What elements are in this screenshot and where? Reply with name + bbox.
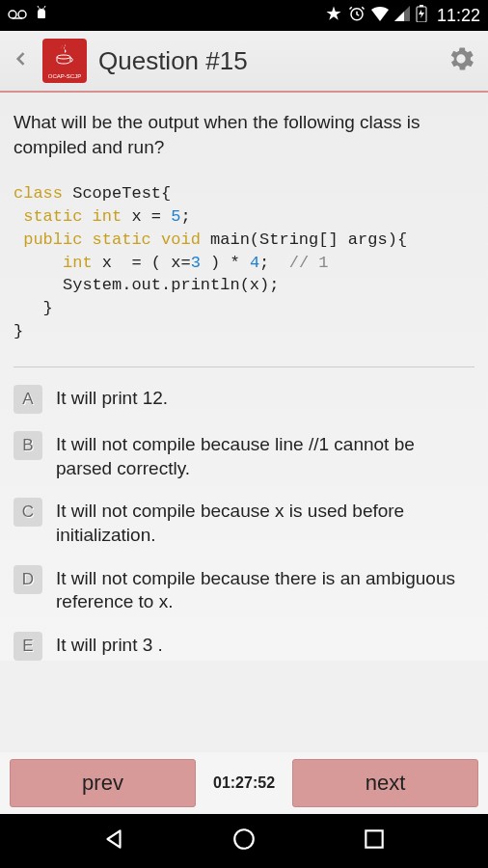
svg-point-9 <box>57 55 70 59</box>
status-bar: 11:22 <box>0 0 488 31</box>
app-header: OCAP-SCJP Question #15 <box>0 31 488 93</box>
status-time: 11:22 <box>437 6 480 26</box>
content-area: What will be the output when the followi… <box>0 93 488 661</box>
voicemail-icon <box>8 7 27 24</box>
answer-letter: A <box>14 385 42 414</box>
java-cup-icon <box>53 42 76 71</box>
answer-text: It will print 3 . <box>56 632 163 658</box>
page-title: Question #15 <box>98 46 434 76</box>
answer-letter: D <box>14 565 42 594</box>
answer-letter: B <box>14 431 42 460</box>
next-button[interactable]: next <box>292 759 478 807</box>
svg-point-10 <box>234 829 254 849</box>
android-icon <box>35 6 48 25</box>
answer-letter: C <box>14 498 42 527</box>
answer-letter: E <box>14 632 42 661</box>
nav-back-icon[interactable] <box>101 827 126 855</box>
timer: 01:27:52 <box>205 774 283 792</box>
battery-icon <box>416 5 427 26</box>
svg-rect-8 <box>420 5 423 7</box>
signal-icon <box>394 6 410 25</box>
answer-text: It will not compile because there is an … <box>56 565 474 614</box>
back-chevron-icon[interactable] <box>12 49 31 72</box>
divider <box>14 366 474 367</box>
answer-text: It will not compile because line //1 can… <box>56 431 474 480</box>
nav-home-icon[interactable] <box>231 827 257 855</box>
svg-rect-11 <box>366 830 383 847</box>
answer-option[interactable]: B It will not compile because line //1 c… <box>14 431 474 480</box>
bottom-bar: prev 01:27:52 next <box>0 752 488 814</box>
svg-rect-3 <box>38 11 45 18</box>
answer-option[interactable]: E It will print 3 . <box>14 632 474 661</box>
code-block: class ScopeTest{ static int x = 5; publi… <box>14 182 474 343</box>
answer-option[interactable]: C It will not compile because x is used … <box>14 498 474 547</box>
app-logo: OCAP-SCJP <box>42 39 87 83</box>
question-prompt: What will be the output when the followi… <box>14 110 474 159</box>
answer-option[interactable]: D It will not compile because there is a… <box>14 565 474 614</box>
answer-option[interactable]: A It will print 12. <box>14 385 474 414</box>
settings-button[interactable] <box>446 43 476 78</box>
answer-text: It will not compile because x is used be… <box>56 498 474 547</box>
answer-text: It will print 12. <box>56 385 168 411</box>
nav-recent-icon[interactable] <box>362 827 387 855</box>
svg-point-0 <box>9 11 16 18</box>
android-nav-bar <box>0 814 488 868</box>
star-icon <box>325 5 342 26</box>
svg-point-1 <box>18 11 26 18</box>
prev-button[interactable]: prev <box>10 759 196 807</box>
wifi-icon <box>371 6 389 25</box>
alarm-icon <box>348 5 366 26</box>
